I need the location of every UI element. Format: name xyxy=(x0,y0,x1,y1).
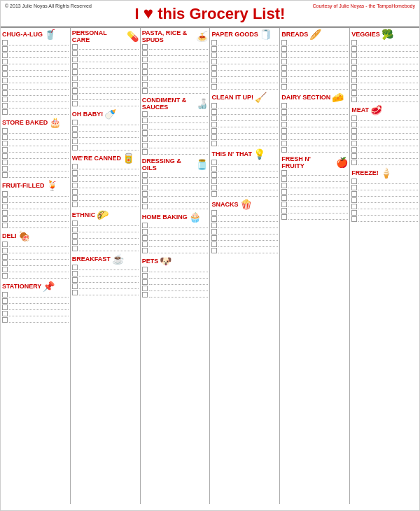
checkbox[interactable] xyxy=(142,143,148,148)
checkbox[interactable] xyxy=(142,57,148,62)
checkbox[interactable] xyxy=(2,84,8,90)
checkbox[interactable] xyxy=(211,84,217,90)
checkbox[interactable] xyxy=(351,153,357,159)
checkbox[interactable] xyxy=(2,78,8,83)
checkbox[interactable] xyxy=(281,71,287,77)
checkbox[interactable] xyxy=(142,191,148,197)
checkbox[interactable] xyxy=(281,176,287,182)
checkbox[interactable] xyxy=(2,298,8,304)
checkbox[interactable] xyxy=(281,214,287,220)
checkbox[interactable] xyxy=(72,176,78,182)
checkbox[interactable] xyxy=(72,145,78,150)
checkbox[interactable] xyxy=(142,130,148,136)
checkbox[interactable] xyxy=(211,241,217,247)
checkbox[interactable] xyxy=(142,279,148,285)
checkbox[interactable] xyxy=(72,120,78,125)
checkbox[interactable] xyxy=(142,124,148,130)
checkbox[interactable] xyxy=(2,103,8,108)
checkbox[interactable] xyxy=(2,97,8,102)
checkbox[interactable] xyxy=(2,46,8,52)
checkbox[interactable] xyxy=(142,235,148,241)
checkbox[interactable] xyxy=(2,71,8,77)
checkbox[interactable] xyxy=(281,103,287,108)
checkbox[interactable] xyxy=(281,122,287,127)
checkbox[interactable] xyxy=(2,241,8,247)
checkbox[interactable] xyxy=(211,172,217,178)
checkbox[interactable] xyxy=(351,178,357,184)
checkbox[interactable] xyxy=(351,78,357,83)
checkbox[interactable] xyxy=(281,170,287,176)
checkbox[interactable] xyxy=(72,69,78,75)
checkbox[interactable] xyxy=(2,273,8,279)
checkbox[interactable] xyxy=(351,128,357,134)
checkbox[interactable] xyxy=(72,202,78,207)
checkbox[interactable] xyxy=(72,290,78,295)
checkbox[interactable] xyxy=(351,141,357,146)
checkbox[interactable] xyxy=(211,229,217,234)
checkbox[interactable] xyxy=(2,147,8,153)
checkbox[interactable] xyxy=(72,126,78,132)
checkbox[interactable] xyxy=(211,59,217,64)
checkbox[interactable] xyxy=(281,115,287,121)
checkbox[interactable] xyxy=(2,260,8,266)
checkbox[interactable] xyxy=(142,82,148,88)
checkbox[interactable] xyxy=(281,78,287,83)
checkbox[interactable] xyxy=(211,128,217,134)
checkbox[interactable] xyxy=(142,172,148,178)
checkbox[interactable] xyxy=(72,88,78,94)
checkbox[interactable] xyxy=(72,195,78,201)
checkbox[interactable] xyxy=(72,284,78,289)
checkbox[interactable] xyxy=(281,59,287,64)
checkbox[interactable] xyxy=(142,44,148,50)
checkbox[interactable] xyxy=(351,191,357,197)
checkbox[interactable] xyxy=(142,136,148,142)
checkbox[interactable] xyxy=(351,147,357,153)
checkbox[interactable] xyxy=(211,178,217,184)
checkbox[interactable] xyxy=(142,204,148,209)
checkbox[interactable] xyxy=(211,115,217,121)
checkbox[interactable] xyxy=(72,101,78,106)
checkbox[interactable] xyxy=(211,46,217,52)
checkbox[interactable] xyxy=(211,223,217,228)
checkbox[interactable] xyxy=(281,141,287,146)
checkbox[interactable] xyxy=(281,195,287,201)
checkbox[interactable] xyxy=(2,304,8,310)
checkbox[interactable] xyxy=(142,185,148,190)
checkbox[interactable] xyxy=(2,65,8,71)
checkbox[interactable] xyxy=(211,71,217,77)
checkbox[interactable] xyxy=(72,76,78,81)
checkbox[interactable] xyxy=(351,65,357,71)
checkbox[interactable] xyxy=(281,46,287,52)
checkbox[interactable] xyxy=(142,69,148,75)
checkbox[interactable] xyxy=(351,59,357,64)
checkbox[interactable] xyxy=(142,248,148,253)
checkbox[interactable] xyxy=(351,122,357,127)
checkbox[interactable] xyxy=(351,40,357,46)
checkbox[interactable] xyxy=(281,84,287,90)
checkbox[interactable] xyxy=(211,235,217,241)
checkbox[interactable] xyxy=(142,197,148,203)
checkbox[interactable] xyxy=(72,82,78,88)
checkbox[interactable] xyxy=(2,223,8,228)
checkbox[interactable] xyxy=(2,153,8,159)
checkbox[interactable] xyxy=(142,63,148,69)
checkbox[interactable] xyxy=(351,185,357,190)
checkbox[interactable] xyxy=(211,185,217,190)
checkbox[interactable] xyxy=(72,233,78,239)
checkbox[interactable] xyxy=(281,147,287,153)
checkbox[interactable] xyxy=(281,134,287,140)
checkbox[interactable] xyxy=(211,160,217,165)
checkbox[interactable] xyxy=(2,191,8,197)
checkbox[interactable] xyxy=(211,78,217,83)
checkbox[interactable] xyxy=(211,216,217,222)
checkbox[interactable] xyxy=(211,191,217,197)
checkbox[interactable] xyxy=(281,65,287,71)
checkbox[interactable] xyxy=(211,141,217,146)
checkbox[interactable] xyxy=(142,273,148,279)
checkbox[interactable] xyxy=(72,220,78,226)
checkbox[interactable] xyxy=(142,241,148,247)
checkbox[interactable] xyxy=(2,134,8,140)
checkbox[interactable] xyxy=(211,40,217,46)
checkbox[interactable] xyxy=(2,204,8,209)
checkbox[interactable] xyxy=(2,248,8,253)
